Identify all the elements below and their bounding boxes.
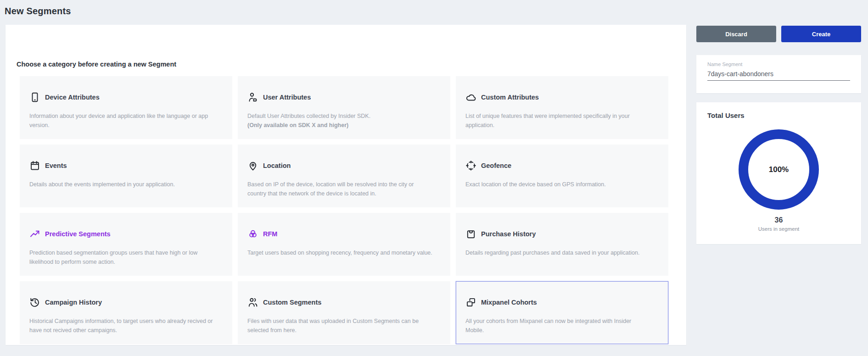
user-badge-icon bbox=[247, 92, 258, 103]
category-description: Based on IP of the device, location will… bbox=[247, 180, 433, 198]
crosshair-icon bbox=[465, 160, 476, 171]
category-card-campaign-history[interactable]: Campaign HistoryHistorical Campaigns inf… bbox=[20, 281, 232, 344]
name-segment-label: Name Segment bbox=[707, 61, 850, 67]
category-card-head: Predictive Segments bbox=[29, 228, 215, 239]
shopping-bag-icon bbox=[465, 228, 476, 239]
page-title: New Segments bbox=[5, 6, 71, 17]
category-card-custom-segments[interactable]: Custom SegmentsFiles with user data that… bbox=[238, 281, 450, 344]
category-title: User Attributes bbox=[263, 94, 311, 101]
category-card-head: Mixpanel Cohorts bbox=[465, 297, 651, 308]
history-clock-icon bbox=[29, 297, 40, 308]
category-description: All your cohorts from Mixpanel can now b… bbox=[465, 317, 651, 335]
users-count: 36 bbox=[696, 216, 861, 224]
cloud-icon bbox=[465, 92, 476, 103]
category-title: Device Attributes bbox=[45, 94, 100, 101]
name-segment-card: Name Segment bbox=[696, 55, 861, 93]
category-card-head: Device Attributes bbox=[29, 92, 215, 103]
category-description: Exact location of the device based on GP… bbox=[465, 180, 651, 189]
category-card-mixpanel-cohorts[interactable]: Mixpanel CohortsAll your cohorts from Mi… bbox=[456, 281, 668, 344]
category-card-predictive-segments[interactable]: Predictive SegmentsPrediction based segm… bbox=[20, 213, 232, 276]
category-card-head: User Attributes bbox=[247, 92, 433, 103]
category-grid: Device AttributesInformation about your … bbox=[20, 76, 668, 344]
category-card-head: RFM bbox=[247, 228, 433, 239]
category-card-rfm[interactable]: RFMTarget users based on shopping recenc… bbox=[238, 213, 450, 276]
calendar-icon bbox=[29, 160, 40, 171]
category-description: Historical Campaigns information, to tar… bbox=[29, 317, 215, 335]
venn-circles-icon bbox=[247, 228, 258, 239]
category-card-purchase-history[interactable]: Purchase HistoryDetails regarding past p… bbox=[456, 213, 668, 276]
category-card-head: Purchase History bbox=[465, 228, 651, 239]
category-title: Geofence bbox=[481, 162, 511, 169]
category-title: Purchase History bbox=[481, 230, 536, 238]
category-card-head: Custom Segments bbox=[247, 297, 433, 308]
category-card-device-attributes[interactable]: Device AttributesInformation about your … bbox=[20, 76, 232, 139]
category-card-user-attributes[interactable]: User AttributesDefault User Attributes c… bbox=[238, 76, 450, 139]
trending-up-icon bbox=[29, 228, 40, 239]
category-title: Events bbox=[45, 162, 67, 169]
create-button[interactable]: Create bbox=[781, 26, 861, 42]
category-title: Custom Attributes bbox=[481, 94, 539, 101]
users-icon bbox=[247, 297, 258, 308]
category-description: Details regarding past purchases and dat… bbox=[465, 248, 651, 257]
discard-button[interactable]: Discard bbox=[696, 26, 776, 42]
category-title: Predictive Segments bbox=[45, 230, 111, 238]
category-card-head: Geofence bbox=[465, 160, 651, 171]
category-card-head: Campaign History bbox=[29, 297, 215, 308]
device-icon bbox=[29, 92, 40, 103]
category-card-geofence[interactable]: GeofenceExact location of the device bas… bbox=[456, 145, 668, 207]
category-title: RFM bbox=[263, 230, 277, 238]
map-pin-icon bbox=[247, 160, 258, 171]
users-caption: Users in segment bbox=[696, 226, 861, 232]
segment-category-panel: Choose a category before creating a new … bbox=[6, 25, 686, 345]
category-description: Files with user data that was uploaded i… bbox=[247, 317, 433, 335]
category-card-head: Location bbox=[247, 160, 433, 171]
category-description: List of unique features that were implem… bbox=[465, 111, 651, 130]
sidebar: Discard Create Name Segment Total Users … bbox=[696, 26, 861, 42]
linked-squares-icon bbox=[465, 297, 476, 308]
category-title: Custom Segments bbox=[263, 299, 321, 306]
category-description: Target users based on shopping recency, … bbox=[247, 248, 433, 257]
category-card-head: Events bbox=[29, 160, 215, 171]
panel-heading: Choose a category before creating a new … bbox=[17, 61, 176, 68]
category-card-custom-attributes[interactable]: Custom AttributesList of unique features… bbox=[456, 76, 668, 139]
category-card-head: Custom Attributes bbox=[465, 92, 651, 103]
category-title: Mixpanel Cohorts bbox=[481, 299, 537, 306]
category-card-events[interactable]: EventsDetails about the events implement… bbox=[20, 145, 232, 207]
total-users-heading: Total Users bbox=[707, 111, 745, 119]
category-title: Location bbox=[263, 162, 291, 169]
name-segment-input[interactable] bbox=[707, 69, 850, 81]
category-description: Prediction based segmentation groups use… bbox=[29, 248, 215, 267]
category-description: Information about your device and applic… bbox=[29, 111, 215, 130]
category-description: Details about the events implemented in … bbox=[29, 180, 215, 189]
category-card-location[interactable]: LocationBased on IP of the device, locat… bbox=[238, 145, 450, 207]
category-description: Default User Attributes collected by Ins… bbox=[247, 111, 433, 130]
category-title: Campaign History bbox=[45, 299, 102, 306]
action-buttons: Discard Create bbox=[696, 26, 861, 42]
total-users-donut: 100% bbox=[739, 129, 819, 210]
category-description-note: (Only available on SDK X and higher) bbox=[247, 122, 348, 128]
total-users-card: Total Users 100% 36 Users in segment bbox=[696, 102, 861, 244]
donut-percent-label: 100% bbox=[769, 165, 789, 174]
